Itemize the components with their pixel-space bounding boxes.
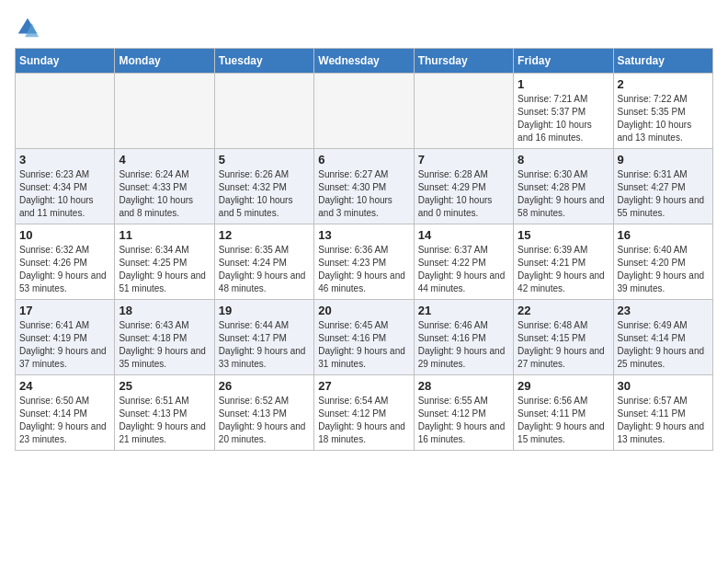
day-info: Sunrise: 6:34 AM Sunset: 4:25 PM Dayligh… (119, 244, 210, 295)
calendar-week-row: 17Sunrise: 6:41 AM Sunset: 4:19 PM Dayli… (16, 300, 713, 375)
day-number: 10 (19, 228, 110, 242)
day-number: 25 (119, 379, 210, 393)
calendar-week-row: 10Sunrise: 6:32 AM Sunset: 4:26 PM Dayli… (16, 224, 713, 300)
weekday-header-thursday: Thursday (414, 49, 513, 74)
day-info: Sunrise: 6:37 AM Sunset: 4:22 PM Dayligh… (418, 244, 509, 295)
day-info: Sunrise: 6:54 AM Sunset: 4:12 PM Dayligh… (318, 395, 409, 446)
day-info: Sunrise: 7:21 AM Sunset: 5:37 PM Dayligh… (518, 93, 609, 144)
calendar-header-row: SundayMondayTuesdayWednesdayThursdayFrid… (16, 49, 713, 74)
day-info: Sunrise: 6:44 AM Sunset: 4:17 PM Dayligh… (219, 319, 310, 371)
calendar-cell: 9Sunrise: 6:31 AM Sunset: 4:27 PM Daylig… (613, 149, 712, 224)
day-number: 29 (518, 379, 609, 393)
day-info: Sunrise: 6:50 AM Sunset: 4:14 PM Dayligh… (19, 395, 110, 446)
day-number: 13 (318, 228, 409, 242)
day-number: 7 (418, 153, 509, 167)
calendar-cell: 16Sunrise: 6:40 AM Sunset: 4:20 PM Dayli… (613, 224, 712, 300)
day-number: 2 (618, 77, 709, 91)
day-number: 21 (418, 304, 509, 317)
calendar-cell (16, 74, 115, 149)
calendar-cell: 5Sunrise: 6:26 AM Sunset: 4:32 PM Daylig… (214, 149, 313, 224)
calendar-cell: 21Sunrise: 6:46 AM Sunset: 4:16 PM Dayli… (414, 300, 513, 375)
day-info: Sunrise: 6:49 AM Sunset: 4:14 PM Dayligh… (618, 319, 709, 371)
calendar-cell: 15Sunrise: 6:39 AM Sunset: 4:21 PM Dayli… (514, 224, 613, 300)
day-number: 4 (119, 153, 210, 167)
calendar-cell (115, 74, 214, 149)
calendar-cell: 12Sunrise: 6:35 AM Sunset: 4:24 PM Dayli… (214, 224, 313, 300)
day-number: 30 (618, 379, 709, 393)
calendar-cell: 10Sunrise: 6:32 AM Sunset: 4:26 PM Dayli… (16, 224, 115, 300)
day-info: Sunrise: 6:31 AM Sunset: 4:27 PM Dayligh… (618, 168, 709, 220)
day-info: Sunrise: 6:39 AM Sunset: 4:21 PM Dayligh… (518, 244, 609, 295)
calendar-cell: 4Sunrise: 6:24 AM Sunset: 4:33 PM Daylig… (115, 149, 214, 224)
calendar-cell: 11Sunrise: 6:34 AM Sunset: 4:25 PM Dayli… (115, 224, 214, 300)
day-number: 17 (19, 304, 110, 317)
calendar-cell: 30Sunrise: 6:57 AM Sunset: 4:11 PM Dayli… (613, 375, 712, 451)
day-number: 22 (518, 304, 609, 317)
weekday-header-sunday: Sunday (16, 49, 115, 74)
day-info: Sunrise: 6:52 AM Sunset: 4:13 PM Dayligh… (219, 395, 310, 446)
day-info: Sunrise: 6:30 AM Sunset: 4:28 PM Dayligh… (518, 168, 609, 220)
day-number: 28 (418, 379, 509, 393)
day-info: Sunrise: 6:57 AM Sunset: 4:11 PM Dayligh… (618, 395, 709, 446)
calendar-cell (414, 74, 513, 149)
day-number: 24 (19, 379, 110, 393)
calendar-cell: 2Sunrise: 7:22 AM Sunset: 5:35 PM Daylig… (613, 74, 712, 149)
day-number: 12 (219, 228, 310, 242)
calendar-cell: 19Sunrise: 6:44 AM Sunset: 4:17 PM Dayli… (214, 300, 313, 375)
calendar-cell: 17Sunrise: 6:41 AM Sunset: 4:19 PM Dayli… (16, 300, 115, 375)
day-number: 5 (219, 153, 310, 167)
day-info: Sunrise: 6:43 AM Sunset: 4:18 PM Dayligh… (119, 319, 210, 371)
weekday-header-monday: Monday (115, 49, 214, 74)
day-number: 3 (19, 153, 110, 167)
calendar-cell: 26Sunrise: 6:52 AM Sunset: 4:13 PM Dayli… (214, 375, 313, 451)
day-number: 26 (219, 379, 310, 393)
day-info: Sunrise: 6:48 AM Sunset: 4:15 PM Dayligh… (518, 319, 609, 371)
day-info: Sunrise: 6:35 AM Sunset: 4:24 PM Dayligh… (219, 244, 310, 295)
calendar-cell: 8Sunrise: 6:30 AM Sunset: 4:28 PM Daylig… (514, 149, 613, 224)
day-number: 20 (318, 304, 409, 317)
calendar-cell: 6Sunrise: 6:27 AM Sunset: 4:30 PM Daylig… (314, 149, 414, 224)
calendar-cell: 29Sunrise: 6:56 AM Sunset: 4:11 PM Dayli… (514, 375, 613, 451)
calendar-cell (214, 74, 313, 149)
day-info: Sunrise: 6:41 AM Sunset: 4:19 PM Dayligh… (19, 319, 110, 371)
day-number: 19 (219, 304, 310, 317)
calendar-cell: 7Sunrise: 6:28 AM Sunset: 4:29 PM Daylig… (414, 149, 513, 224)
weekday-header-wednesday: Wednesday (314, 49, 414, 74)
calendar-cell (314, 74, 414, 149)
day-number: 1 (518, 77, 609, 91)
day-info: Sunrise: 6:27 AM Sunset: 4:30 PM Dayligh… (318, 168, 409, 220)
day-info: Sunrise: 6:51 AM Sunset: 4:13 PM Dayligh… (119, 395, 210, 446)
calendar-cell: 13Sunrise: 6:36 AM Sunset: 4:23 PM Dayli… (314, 224, 414, 300)
calendar-week-row: 24Sunrise: 6:50 AM Sunset: 4:14 PM Dayli… (16, 375, 713, 451)
day-info: Sunrise: 6:23 AM Sunset: 4:34 PM Dayligh… (19, 168, 110, 220)
calendar-cell: 23Sunrise: 6:49 AM Sunset: 4:14 PM Dayli… (613, 300, 712, 375)
calendar-week-row: 1Sunrise: 7:21 AM Sunset: 5:37 PM Daylig… (16, 74, 713, 149)
day-info: Sunrise: 6:40 AM Sunset: 4:20 PM Dayligh… (618, 244, 709, 295)
calendar-cell: 3Sunrise: 6:23 AM Sunset: 4:34 PM Daylig… (16, 149, 115, 224)
day-info: Sunrise: 6:55 AM Sunset: 4:12 PM Dayligh… (418, 395, 509, 446)
calendar-cell: 27Sunrise: 6:54 AM Sunset: 4:12 PM Dayli… (314, 375, 414, 451)
day-number: 16 (618, 228, 709, 242)
day-number: 14 (418, 228, 509, 242)
day-number: 27 (318, 379, 409, 393)
day-number: 15 (518, 228, 609, 242)
day-info: Sunrise: 6:32 AM Sunset: 4:26 PM Dayligh… (19, 244, 110, 295)
weekday-header-friday: Friday (514, 49, 613, 74)
calendar-cell: 25Sunrise: 6:51 AM Sunset: 4:13 PM Dayli… (115, 375, 214, 451)
calendar-cell: 1Sunrise: 7:21 AM Sunset: 5:37 PM Daylig… (514, 74, 613, 149)
day-info: Sunrise: 6:45 AM Sunset: 4:16 PM Dayligh… (318, 319, 409, 371)
day-info: Sunrise: 6:36 AM Sunset: 4:23 PM Dayligh… (318, 244, 409, 295)
day-info: Sunrise: 6:26 AM Sunset: 4:32 PM Dayligh… (219, 168, 310, 220)
day-info: Sunrise: 7:22 AM Sunset: 5:35 PM Dayligh… (618, 93, 709, 144)
day-number: 9 (618, 153, 709, 167)
day-info: Sunrise: 6:24 AM Sunset: 4:33 PM Dayligh… (119, 168, 210, 220)
weekday-header-tuesday: Tuesday (214, 49, 313, 74)
calendar-week-row: 3Sunrise: 6:23 AM Sunset: 4:34 PM Daylig… (16, 149, 713, 224)
header (15, 15, 713, 40)
day-info: Sunrise: 6:28 AM Sunset: 4:29 PM Dayligh… (418, 168, 509, 220)
calendar-cell: 22Sunrise: 6:48 AM Sunset: 4:15 PM Dayli… (514, 300, 613, 375)
day-info: Sunrise: 6:46 AM Sunset: 4:16 PM Dayligh… (418, 319, 509, 371)
day-number: 11 (119, 228, 210, 242)
day-number: 23 (618, 304, 709, 317)
logo (15, 15, 44, 40)
